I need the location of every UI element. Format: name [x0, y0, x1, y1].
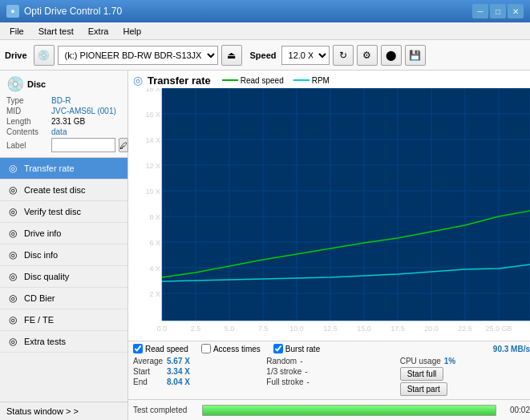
rpm-label: RPM [312, 76, 330, 85]
svg-text:25.0 GB: 25.0 GB [485, 325, 512, 333]
access-times-checkbox[interactable] [201, 344, 211, 353]
label-label: Label [6, 141, 48, 150]
nav-drive-info[interactable]: ◎ Drive info [0, 223, 127, 244]
nav-disc-info[interactable]: ◎ Disc info [0, 244, 127, 266]
nav-disc-quality[interactable]: ◎ Disc quality [0, 266, 127, 288]
maximize-button[interactable]: □ [490, 4, 506, 18]
svg-text:8 X: 8 X [149, 213, 160, 221]
length-label: Length [6, 117, 48, 126]
access-times-checkbox-label: Access times [213, 345, 261, 353]
svg-text:12 X: 12 X [145, 162, 160, 170]
svg-text:17.5: 17.5 [390, 325, 405, 333]
read-speed-color [222, 79, 238, 81]
progress-bar-fill [203, 406, 496, 415]
nav-disc-info-label: Disc info [24, 250, 58, 260]
refresh-button[interactable]: ↻ [333, 45, 354, 66]
transfer-rate-chart: 18 X 16 X 14 X 12 X 10 X 8 X 6 X 4 X 2 X… [133, 88, 530, 337]
cpu-usage-row: CPU usage 1% [400, 356, 530, 366]
drive-icon-btn[interactable]: 💿 [34, 45, 55, 66]
close-button[interactable]: ✕ [508, 4, 524, 18]
menu-start-test[interactable]: Start test [32, 25, 80, 38]
stroke-1-3-label: 1/3 stroke [266, 367, 301, 376]
start-part-row: Start part [400, 382, 530, 397]
nav-extra-tests[interactable]: ◎ Extra tests [0, 331, 127, 353]
nav-verify-test-disc[interactable]: ◎ Verify test disc [0, 201, 127, 223]
titlebar: ● Opti Drive Control 1.70 ─ □ ✕ [0, 0, 530, 22]
mid-value: JVC-AMS6L (001) [51, 107, 116, 115]
drive-info-icon: ◎ [6, 227, 19, 240]
burst-rate-checkbox-label: Burst rate [285, 345, 320, 353]
svg-text:7.5: 7.5 [258, 325, 269, 333]
settings-button[interactable]: ⚙ [357, 45, 378, 66]
contents-label: Contents [6, 127, 48, 136]
svg-text:14 X: 14 X [145, 136, 160, 144]
menu-file[interactable]: File [3, 25, 30, 38]
start-full-button[interactable]: Start full [400, 367, 444, 381]
status-text: Test completed [133, 406, 197, 414]
label-input[interactable] [51, 138, 115, 152]
svg-text:16 X: 16 X [145, 111, 160, 119]
random-value: - [300, 357, 329, 365]
end-row: End 8.04 X [133, 377, 263, 387]
read-speed-checkbox[interactable] [133, 344, 143, 353]
save-button[interactable]: 💾 [405, 45, 426, 66]
svg-text:2 X: 2 X [149, 290, 160, 298]
chart-title-icon: ◎ [133, 74, 143, 87]
nav-cd-bier[interactable]: ◎ CD Bier [0, 288, 127, 309]
burst-rate-checkbox[interactable] [273, 344, 283, 353]
drive-select[interactable]: (k:) PIONEER BD-RW BDR-S13JX 1.01 [58, 46, 218, 65]
read-speed-checkbox-item: Read speed [133, 344, 188, 353]
average-row: Average 5.67 X [133, 356, 263, 366]
svg-text:15.0: 15.0 [357, 325, 371, 333]
type-value: BD-R [51, 96, 71, 105]
svg-text:5.0: 5.0 [225, 325, 235, 333]
burst-rate-value: 90.3 MB/s [493, 345, 530, 353]
start-value: 3.34 X [167, 367, 196, 376]
nav-disc-quality-label: Disc quality [24, 272, 69, 281]
chart-title: Transfer rate [148, 75, 211, 87]
start-part-button[interactable]: Start part [400, 382, 447, 396]
svg-text:0.0: 0.0 [157, 325, 168, 333]
time-display: 00:02 [501, 406, 530, 414]
content-area: ◎ Transfer rate Read speed RPM [128, 71, 530, 420]
disc-label: Disc [27, 79, 46, 89]
status-window-label: Status window > > [6, 406, 79, 416]
svg-rect-0 [162, 88, 530, 321]
extra-tests-icon: ◎ [6, 335, 19, 348]
disc-info-panel: 💿 Disc Type BD-R MID JVC-AMS6L (001) Len… [0, 71, 127, 158]
access-times-checkbox-item: Access times [201, 344, 261, 353]
chart-title-bar: ◎ Transfer rate Read speed RPM [133, 74, 530, 87]
read-speed-label: Read speed [241, 76, 284, 85]
start-row: Start 3.34 X [133, 366, 263, 377]
eject-button[interactable]: ⏏ [221, 45, 242, 66]
nav-cd-bier-label: CD Bier [24, 293, 55, 303]
chart-container: ◎ Transfer rate Read speed RPM [128, 71, 530, 341]
app-icon: ● [6, 5, 19, 18]
nav-verify-test-disc-label: Verify test disc [24, 207, 81, 216]
sidebar: 💿 Disc Type BD-R MID JVC-AMS6L (001) Len… [0, 71, 128, 420]
read-speed-legend: Read speed [222, 76, 284, 85]
svg-text:20.0: 20.0 [424, 325, 439, 333]
nav-create-test-disc[interactable]: ◎ Create test disc [0, 180, 127, 201]
stroke-1-3-value: - [305, 367, 334, 376]
svg-text:22.5: 22.5 [458, 325, 472, 333]
nav-fe-te[interactable]: ◎ FE / TE [0, 309, 127, 331]
menu-help[interactable]: Help [116, 25, 148, 38]
nav-transfer-rate[interactable]: ◎ Transfer rate [0, 158, 127, 180]
average-label: Average [133, 357, 164, 365]
label-button[interactable]: 🖊 [119, 138, 128, 152]
start-label: Start [133, 367, 164, 376]
status-window[interactable]: Status window > > [0, 402, 127, 420]
speed-select[interactable]: 12.0 X ↓ [281, 46, 330, 65]
create-test-disc-icon: ◎ [6, 184, 19, 196]
record-button[interactable]: ⬤ [381, 45, 402, 66]
minimize-button[interactable]: ─ [472, 4, 488, 18]
progress-area: Test completed 00:02 [128, 399, 530, 420]
menu-extra[interactable]: Extra [82, 25, 115, 38]
svg-text:2.5: 2.5 [191, 325, 201, 333]
nav-drive-info-label: Drive info [24, 228, 61, 238]
speed-label: Speed [250, 50, 277, 60]
random-label: Random [266, 357, 297, 365]
average-value: 5.67 X [167, 357, 196, 365]
burst-rate-checkbox-item: Burst rate [273, 344, 320, 353]
